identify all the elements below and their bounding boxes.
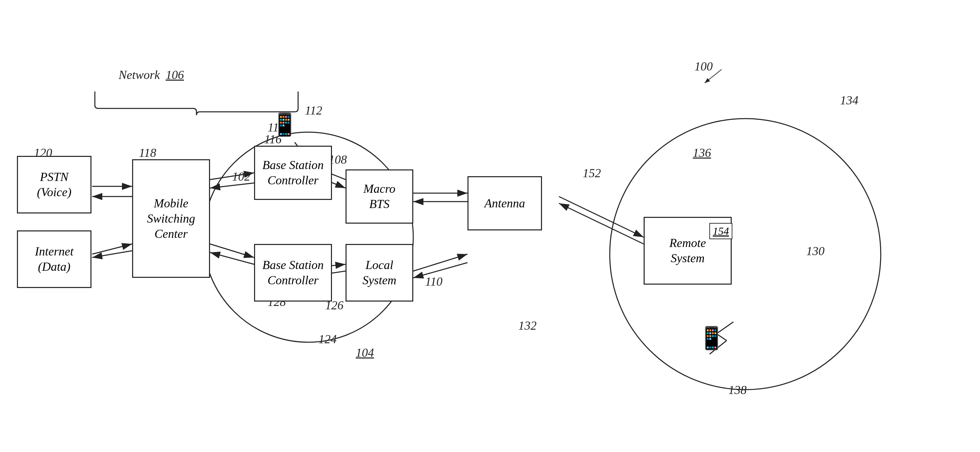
label-110: 110: [425, 274, 442, 289]
phone-icon-macro: 📱: [271, 112, 298, 138]
macro-bts-label: Macro BTS: [363, 181, 396, 212]
antenna-label: Antenna: [484, 196, 525, 211]
phone-icon-remote: 📱: [698, 325, 725, 351]
label-104: 104: [356, 345, 374, 360]
bsc1-box: Base Station Controller: [254, 146, 332, 200]
label-104-text: 104: [356, 346, 374, 360]
msc-label: Mobile Switching Center: [147, 196, 195, 242]
svg-line-16: [413, 254, 468, 271]
pstn-box: PSTN (Voice): [17, 156, 91, 213]
local-system-box: Local System: [345, 244, 413, 302]
label-130: 130: [806, 244, 824, 258]
remote-num-label: 154: [713, 225, 729, 237]
label-136-text: 136: [693, 146, 711, 159]
macro-bts-box: Macro BTS: [345, 169, 413, 224]
label-102: 102: [232, 169, 250, 184]
label-134: 134: [840, 93, 858, 107]
network-num: 106: [165, 68, 184, 82]
bsc2-label: Base Station Controller: [262, 258, 324, 288]
svg-line-7: [210, 183, 254, 188]
internet-box: Internet (Data): [17, 231, 91, 288]
svg-line-19: [559, 203, 644, 244]
antenna-box: Antenna: [468, 176, 542, 231]
label-118: 118: [139, 146, 156, 160]
label-124: 124: [318, 332, 337, 346]
remote-system-label: Remote System: [669, 236, 706, 266]
remote-system-box: Remote System 154: [644, 217, 732, 285]
pstn-label: PSTN (Voice): [37, 169, 72, 200]
label-138: 138: [728, 383, 746, 397]
svg-line-8: [210, 244, 254, 258]
internet-label: Internet (Data): [35, 244, 73, 274]
label-132: 132: [518, 318, 536, 333]
label-112: 112: [305, 103, 322, 118]
label-136: 136: [693, 146, 711, 160]
bsc2-box: Base Station Controller: [254, 244, 332, 302]
svg-line-27: [705, 70, 722, 83]
svg-line-5: [92, 251, 132, 258]
bsc1-label: Base Station Controller: [262, 158, 324, 188]
svg-line-9: [210, 252, 254, 264]
svg-line-18: [559, 197, 644, 237]
label-152: 152: [583, 166, 601, 180]
label-network: Network 106: [119, 68, 184, 82]
msc-box: Mobile Switching Center: [132, 159, 210, 278]
local-system-label: Local System: [363, 258, 396, 288]
svg-line-4: [92, 244, 132, 254]
network-text: Network: [119, 68, 160, 82]
